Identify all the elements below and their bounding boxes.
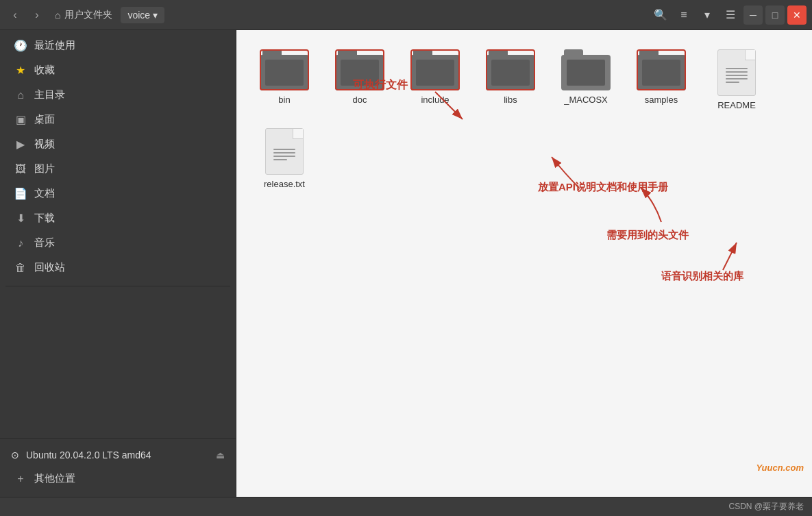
- sidebar-label-downloads: 下载: [34, 212, 55, 225]
- sidebar-item-drive[interactable]: ⊙ Ubuntu 20.04.2.0 LTS amd64 ⏏: [0, 444, 236, 466]
- sidebar-item-video[interactable]: ▶ 视频: [3, 132, 233, 156]
- image-icon: 🖼: [14, 163, 27, 175]
- sidebar-item-home[interactable]: ⌂ 主目录: [3, 83, 233, 107]
- drive-icon: ⊙: [11, 450, 19, 460]
- file-name-macosx: _MACOSX: [564, 95, 608, 105]
- document-icon: 📄: [14, 187, 27, 200]
- desktop-icon: ▣: [14, 113, 27, 126]
- clock-icon: 🕐: [14, 39, 27, 52]
- download-icon: ⬇: [14, 212, 27, 225]
- file-item-macosx[interactable]: _MACOSX: [552, 44, 620, 110]
- folder-body-macosx: [561, 55, 611, 90]
- file-grid: bindocincludelibs_MACOSXsamplesREADMErel…: [250, 44, 798, 195]
- file-item-bin[interactable]: bin: [250, 44, 319, 110]
- sidebar-item-downloads[interactable]: ⬇ 下载: [3, 206, 233, 230]
- file-name-include: include: [421, 95, 449, 105]
- file-name-doc: doc: [353, 95, 367, 105]
- txt-icon-release: [265, 128, 304, 175]
- file-name-samples: samples: [645, 95, 678, 105]
- brand-yuucn: Yuucn.com: [756, 463, 804, 473]
- home-label: 用户文件夹: [64, 9, 112, 21]
- breadcrumb: voice ▾: [121, 7, 164, 23]
- file-item-release[interactable]: release.txt: [250, 123, 319, 195]
- file-item-readme[interactable]: README: [702, 44, 771, 116]
- file-name-bin: bin: [278, 95, 290, 105]
- music-icon: ♪: [14, 237, 27, 249]
- sidebar-item-recent[interactable]: 🕐 最近使用: [3, 34, 233, 58]
- statusbar: CSDN @栗子要养老: [0, 497, 812, 516]
- menu-button[interactable]: ☰: [720, 5, 741, 25]
- sidebar-label-trash: 回收站: [34, 261, 65, 274]
- sidebar-label-home: 主目录: [34, 88, 65, 101]
- folder-body-libs: [486, 55, 535, 90]
- sidebar: 🕐 最近使用 ★ 收藏 ⌂ 主目录 ▣ 桌面 ▶ 视频 🖼 图片: [0, 30, 236, 497]
- search-button[interactable]: 🔍: [650, 5, 671, 25]
- plus-icon: +: [14, 473, 27, 485]
- sidebar-item-starred[interactable]: ★ 收藏: [3, 58, 233, 82]
- sidebar-label-music: 音乐: [34, 236, 55, 249]
- sidebar-footer: ⊙ Ubuntu 20.04.2.0 LTS amd64 ⏏ + 其他位置: [0, 438, 236, 497]
- view-toggle-button[interactable]: ≡: [674, 5, 694, 25]
- view-dropdown-button[interactable]: ▾: [697, 5, 717, 25]
- home-dir-icon: ⌂: [14, 89, 27, 101]
- sidebar-label-recent: 最近使用: [34, 39, 75, 52]
- sidebar-item-desktop[interactable]: ▣ 桌面: [3, 108, 233, 132]
- home-button[interactable]: ⌂ 用户文件夹: [49, 6, 118, 24]
- sidebar-label-starred: 收藏: [34, 64, 55, 77]
- file-icon-readme: [717, 49, 756, 96]
- eject-button[interactable]: ⏏: [216, 450, 225, 460]
- close-button[interactable]: ✕: [787, 5, 807, 25]
- sidebar-item-images[interactable]: 🖼 图片: [3, 157, 233, 181]
- sidebar-divider: [5, 286, 230, 286]
- file-item-samples[interactable]: samples: [627, 44, 696, 110]
- forward-button[interactable]: ›: [27, 5, 47, 25]
- minimize-button[interactable]: ─: [743, 5, 763, 25]
- drive-label: Ubuntu 20.04.2.0 LTS amd64: [26, 450, 151, 460]
- folder-body-doc: [335, 55, 384, 90]
- maximize-button[interactable]: □: [765, 5, 785, 25]
- folder-body-include: [410, 55, 460, 90]
- annotation-arrow-libs: [675, 229, 778, 284]
- file-name-release: release.txt: [264, 179, 305, 189]
- file-name-readme: README: [717, 100, 756, 110]
- file-item-libs[interactable]: libs: [476, 44, 545, 110]
- back-button[interactable]: ‹: [5, 5, 25, 25]
- main-layout: 🕐 最近使用 ★ 收藏 ⌂ 主目录 ▣ 桌面 ▶ 视频 🖼 图片: [0, 30, 812, 497]
- file-item-doc[interactable]: doc: [325, 44, 394, 110]
- other-locations-label: 其他位置: [34, 472, 75, 485]
- star-icon: ★: [14, 64, 27, 77]
- sidebar-item-music[interactable]: ♪ 音乐: [3, 231, 233, 255]
- file-name-libs: libs: [504, 95, 517, 105]
- sidebar-item-other-locations[interactable]: + 其他位置: [3, 467, 233, 491]
- sidebar-label-documents: 文档: [34, 187, 55, 200]
- sidebar-item-trash[interactable]: 🗑 回收站: [3, 256, 233, 280]
- trash-icon: 🗑: [14, 262, 27, 274]
- sidebar-item-documents[interactable]: 📄 文档: [3, 182, 233, 206]
- toolbar-actions: 🔍 ≡ ▾ ☰ ─ □ ✕: [650, 5, 807, 25]
- folder-body-bin: [260, 55, 309, 90]
- folder-body-samples: [637, 55, 686, 90]
- home-icon: ⌂: [55, 10, 60, 21]
- titlebar: ‹ › ⌂ 用户文件夹 voice ▾ 🔍 ≡ ▾ ☰ ─ □ ✕: [0, 0, 812, 30]
- csdn-label: CSDN @栗子要养老: [728, 501, 804, 513]
- annotation-libs: 语音识别相关的库: [661, 270, 743, 283]
- sidebar-section-bookmarks: 🕐 最近使用 ★ 收藏 ⌂ 主目录 ▣ 桌面 ▶ 视频 🖼 图片: [0, 30, 236, 283]
- sidebar-label-desktop: 桌面: [34, 113, 55, 126]
- sidebar-label-images: 图片: [34, 162, 55, 175]
- sidebar-label-video: 视频: [34, 138, 55, 151]
- breadcrumb-text: voice: [127, 10, 150, 21]
- annotation-headers: 需要用到的头文件: [606, 229, 689, 242]
- chevron-down-icon: ▾: [153, 10, 158, 21]
- file-area[interactable]: bindocincludelibs_MACOSXsamplesREADMErel…: [236, 30, 812, 497]
- file-item-include[interactable]: include: [401, 44, 469, 110]
- video-icon: ▶: [14, 138, 27, 151]
